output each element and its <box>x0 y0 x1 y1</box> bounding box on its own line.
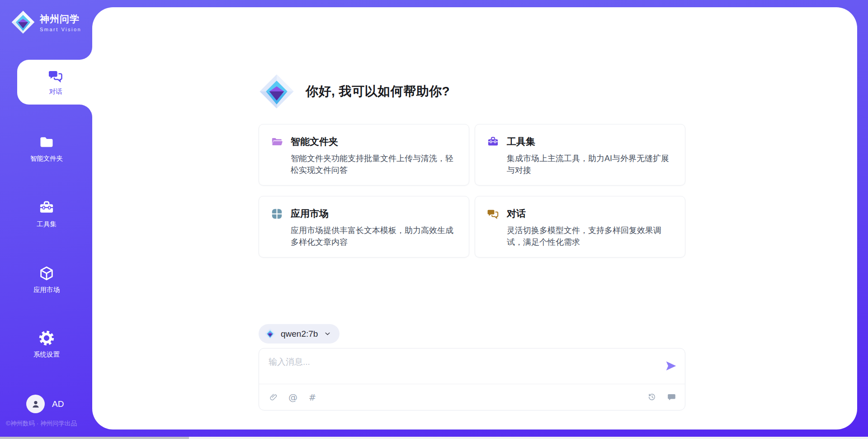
history-clock-icon <box>647 392 657 402</box>
brand-logo: 神州问学 Smart Vision <box>11 10 81 34</box>
paperclip-icon <box>269 392 278 402</box>
brand-name: 神州问学 <box>40 13 81 25</box>
user-profile[interactable]: AD <box>26 395 64 413</box>
card-title: 工具集 <box>507 135 673 148</box>
card-toolset[interactable]: 工具集 集成市场上主流工具，助力AI与外界无缝扩展与对接 <box>475 124 685 186</box>
message-composer: @ # <box>259 348 685 410</box>
sidebar-item-settings[interactable]: 系统设置 <box>13 330 80 359</box>
toolbox-icon <box>487 136 499 148</box>
feedback-button[interactable] <box>666 392 676 402</box>
card-title: 应用市场 <box>291 207 457 220</box>
mention-button[interactable]: @ <box>288 392 298 402</box>
horizontal-scrollbar <box>0 437 868 439</box>
app-window: 神州问学 Smart Vision 对话 智能文件夹 工具集 <box>0 0 868 439</box>
hash-icon: # <box>309 393 316 402</box>
message-input[interactable] <box>259 348 648 380</box>
avatar <box>26 395 45 413</box>
card-smart-folder[interactable]: 智能文件夹 智能文件夹功能支持批量文件上传与清洗，轻松实现文件问答 <box>259 124 469 186</box>
cube-icon <box>38 265 55 282</box>
card-title: 对话 <box>507 207 673 220</box>
send-button[interactable] <box>665 360 677 372</box>
gear-icon <box>38 330 55 346</box>
folder-open-icon <box>271 136 283 148</box>
attach-file-button[interactable] <box>269 392 278 402</box>
model-logo-icon <box>264 328 276 339</box>
sidebar-item-label: 工具集 <box>37 220 57 229</box>
scrollbar-thumb[interactable] <box>0 437 189 439</box>
active-tab-top-curve <box>80 47 92 60</box>
chat-bubbles-icon <box>487 208 499 220</box>
folder-icon <box>38 134 55 150</box>
hashtag-button[interactable]: # <box>307 392 317 402</box>
grid-cube-icon <box>271 208 283 220</box>
card-chat[interactable]: 对话 灵活切换多模型文件，支持多样回复效果调试，满足个性化需求 <box>475 196 685 258</box>
chevron-down-icon <box>324 330 331 338</box>
sidebar-item-label: 应用市场 <box>33 286 60 294</box>
sidebar-item-app-market[interactable]: 应用市场 <box>13 265 80 294</box>
feature-cards: 智能文件夹 智能文件夹功能支持批量文件上传与清洗，轻松实现文件问答 工具集 集成… <box>259 124 685 258</box>
copyright-text: ©神州数码 · 神州问学出品 <box>6 420 94 428</box>
card-title: 智能文件夹 <box>291 135 457 148</box>
sidebar-item-smart-folder[interactable]: 智能文件夹 <box>13 134 80 163</box>
send-icon <box>665 360 677 372</box>
composer-left-tools: @ # <box>269 392 317 402</box>
model-name: qwen2:7b <box>281 329 318 339</box>
chat-bubbles-icon <box>48 68 63 84</box>
card-description: 应用市场提供丰富长文本模板，助力高效生成多样化文章内容 <box>291 224 457 248</box>
composer-right-tools <box>647 392 676 402</box>
sidebar-item-toolset[interactable]: 工具集 <box>13 200 80 229</box>
sidebar-item-label: 智能文件夹 <box>30 154 63 163</box>
brand-diamond-icon <box>11 10 35 34</box>
assistant-diamond-icon <box>259 73 295 110</box>
history-button[interactable] <box>647 392 657 402</box>
sidebar-item-label: 对话 <box>49 87 62 96</box>
model-selector[interactable]: qwen2:7b <box>259 324 340 344</box>
at-icon: @ <box>288 393 297 402</box>
chat-bubble-filled-icon <box>667 392 676 402</box>
sidebar-item-label: 系统设置 <box>33 350 60 359</box>
sidebar-item-chat[interactable]: 对话 <box>17 60 94 105</box>
card-description: 集成市场上主流工具，助力AI与外界无缝扩展与对接 <box>507 153 673 176</box>
brand-subtitle: Smart Vision <box>40 27 81 32</box>
user-name: AD <box>52 399 64 409</box>
card-description: 灵活切换多模型文件，支持多样回复效果调试，满足个性化需求 <box>507 224 673 248</box>
card-app-market[interactable]: 应用市场 应用市场提供丰富长文本模板，助力高效生成多样化文章内容 <box>259 196 469 258</box>
toolbox-icon <box>38 200 55 216</box>
greeting-section: 你好, 我可以如何帮助你? <box>259 73 450 110</box>
active-tab-bottom-curve <box>80 105 92 117</box>
greeting-title: 你好, 我可以如何帮助你? <box>306 83 450 100</box>
user-avatar-icon <box>30 399 41 410</box>
card-description: 智能文件夹功能支持批量文件上传与清洗，轻松实现文件问答 <box>291 153 457 176</box>
